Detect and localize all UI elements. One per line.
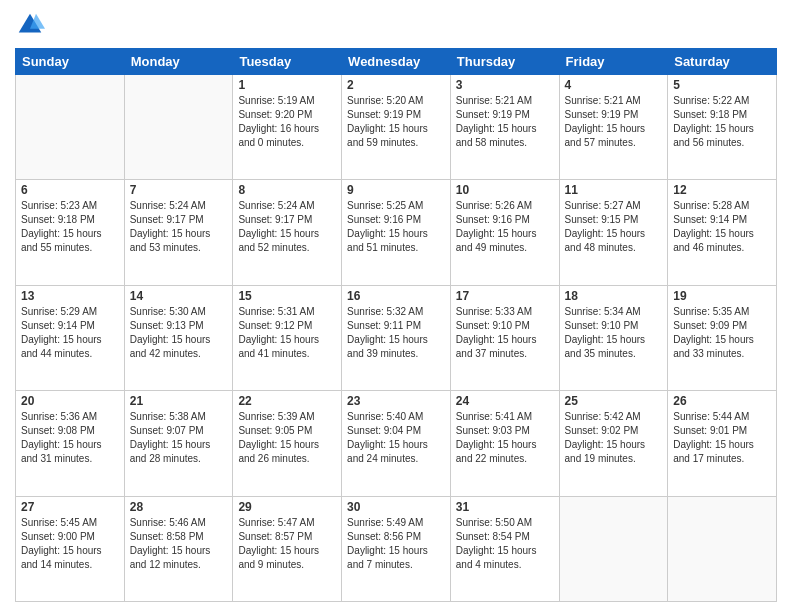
day-number: 14: [130, 289, 228, 303]
calendar-cell: 3Sunrise: 5:21 AM Sunset: 9:19 PM Daylig…: [450, 75, 559, 180]
day-info: Sunrise: 5:41 AM Sunset: 9:03 PM Dayligh…: [456, 410, 554, 466]
day-info: Sunrise: 5:22 AM Sunset: 9:18 PM Dayligh…: [673, 94, 771, 150]
day-number: 20: [21, 394, 119, 408]
day-info: Sunrise: 5:23 AM Sunset: 9:18 PM Dayligh…: [21, 199, 119, 255]
day-info: Sunrise: 5:42 AM Sunset: 9:02 PM Dayligh…: [565, 410, 663, 466]
calendar-week-row: 13Sunrise: 5:29 AM Sunset: 9:14 PM Dayli…: [16, 285, 777, 390]
calendar-cell: 12Sunrise: 5:28 AM Sunset: 9:14 PM Dayli…: [668, 180, 777, 285]
calendar-cell: 8Sunrise: 5:24 AM Sunset: 9:17 PM Daylig…: [233, 180, 342, 285]
calendar-cell: 5Sunrise: 5:22 AM Sunset: 9:18 PM Daylig…: [668, 75, 777, 180]
calendar-cell: 31Sunrise: 5:50 AM Sunset: 8:54 PM Dayli…: [450, 496, 559, 601]
day-info: Sunrise: 5:32 AM Sunset: 9:11 PM Dayligh…: [347, 305, 445, 361]
calendar-cell: 20Sunrise: 5:36 AM Sunset: 9:08 PM Dayli…: [16, 391, 125, 496]
day-number: 16: [347, 289, 445, 303]
day-info: Sunrise: 5:21 AM Sunset: 9:19 PM Dayligh…: [565, 94, 663, 150]
day-info: Sunrise: 5:29 AM Sunset: 9:14 PM Dayligh…: [21, 305, 119, 361]
calendar-cell: 17Sunrise: 5:33 AM Sunset: 9:10 PM Dayli…: [450, 285, 559, 390]
calendar-cell: 22Sunrise: 5:39 AM Sunset: 9:05 PM Dayli…: [233, 391, 342, 496]
day-number: 2: [347, 78, 445, 92]
calendar-day-header: Friday: [559, 49, 668, 75]
calendar-cell: 2Sunrise: 5:20 AM Sunset: 9:19 PM Daylig…: [342, 75, 451, 180]
calendar-cell: 4Sunrise: 5:21 AM Sunset: 9:19 PM Daylig…: [559, 75, 668, 180]
calendar-cell: 16Sunrise: 5:32 AM Sunset: 9:11 PM Dayli…: [342, 285, 451, 390]
calendar-day-header: Tuesday: [233, 49, 342, 75]
day-info: Sunrise: 5:24 AM Sunset: 9:17 PM Dayligh…: [238, 199, 336, 255]
calendar-cell: 14Sunrise: 5:30 AM Sunset: 9:13 PM Dayli…: [124, 285, 233, 390]
calendar-cell: 28Sunrise: 5:46 AM Sunset: 8:58 PM Dayli…: [124, 496, 233, 601]
day-info: Sunrise: 5:26 AM Sunset: 9:16 PM Dayligh…: [456, 199, 554, 255]
day-number: 23: [347, 394, 445, 408]
day-number: 21: [130, 394, 228, 408]
logo-icon: [15, 10, 45, 40]
calendar-cell: 13Sunrise: 5:29 AM Sunset: 9:14 PM Dayli…: [16, 285, 125, 390]
day-number: 3: [456, 78, 554, 92]
day-number: 4: [565, 78, 663, 92]
day-number: 8: [238, 183, 336, 197]
day-info: Sunrise: 5:33 AM Sunset: 9:10 PM Dayligh…: [456, 305, 554, 361]
day-number: 31: [456, 500, 554, 514]
day-info: Sunrise: 5:30 AM Sunset: 9:13 PM Dayligh…: [130, 305, 228, 361]
day-number: 5: [673, 78, 771, 92]
calendar-day-header: Saturday: [668, 49, 777, 75]
calendar-cell: [668, 496, 777, 601]
day-number: 30: [347, 500, 445, 514]
day-number: 6: [21, 183, 119, 197]
calendar-cell: 11Sunrise: 5:27 AM Sunset: 9:15 PM Dayli…: [559, 180, 668, 285]
day-number: 24: [456, 394, 554, 408]
day-info: Sunrise: 5:35 AM Sunset: 9:09 PM Dayligh…: [673, 305, 771, 361]
day-info: Sunrise: 5:40 AM Sunset: 9:04 PM Dayligh…: [347, 410, 445, 466]
day-info: Sunrise: 5:38 AM Sunset: 9:07 PM Dayligh…: [130, 410, 228, 466]
day-info: Sunrise: 5:46 AM Sunset: 8:58 PM Dayligh…: [130, 516, 228, 572]
calendar-cell: 15Sunrise: 5:31 AM Sunset: 9:12 PM Dayli…: [233, 285, 342, 390]
day-number: 28: [130, 500, 228, 514]
calendar-cell: 24Sunrise: 5:41 AM Sunset: 9:03 PM Dayli…: [450, 391, 559, 496]
day-info: Sunrise: 5:20 AM Sunset: 9:19 PM Dayligh…: [347, 94, 445, 150]
day-number: 13: [21, 289, 119, 303]
calendar-week-row: 20Sunrise: 5:36 AM Sunset: 9:08 PM Dayli…: [16, 391, 777, 496]
calendar-header-row: SundayMondayTuesdayWednesdayThursdayFrid…: [16, 49, 777, 75]
day-number: 7: [130, 183, 228, 197]
day-number: 22: [238, 394, 336, 408]
calendar-cell: 6Sunrise: 5:23 AM Sunset: 9:18 PM Daylig…: [16, 180, 125, 285]
calendar-cell: 19Sunrise: 5:35 AM Sunset: 9:09 PM Dayli…: [668, 285, 777, 390]
day-number: 10: [456, 183, 554, 197]
day-number: 11: [565, 183, 663, 197]
calendar-cell: 10Sunrise: 5:26 AM Sunset: 9:16 PM Dayli…: [450, 180, 559, 285]
day-info: Sunrise: 5:49 AM Sunset: 8:56 PM Dayligh…: [347, 516, 445, 572]
calendar-cell: [16, 75, 125, 180]
calendar-cell: 23Sunrise: 5:40 AM Sunset: 9:04 PM Dayli…: [342, 391, 451, 496]
day-info: Sunrise: 5:36 AM Sunset: 9:08 PM Dayligh…: [21, 410, 119, 466]
calendar-cell: 25Sunrise: 5:42 AM Sunset: 9:02 PM Dayli…: [559, 391, 668, 496]
day-number: 1: [238, 78, 336, 92]
day-info: Sunrise: 5:25 AM Sunset: 9:16 PM Dayligh…: [347, 199, 445, 255]
calendar-cell: 18Sunrise: 5:34 AM Sunset: 9:10 PM Dayli…: [559, 285, 668, 390]
day-number: 15: [238, 289, 336, 303]
calendar-table: SundayMondayTuesdayWednesdayThursdayFrid…: [15, 48, 777, 602]
calendar-cell: 27Sunrise: 5:45 AM Sunset: 9:00 PM Dayli…: [16, 496, 125, 601]
day-info: Sunrise: 5:19 AM Sunset: 9:20 PM Dayligh…: [238, 94, 336, 150]
day-info: Sunrise: 5:31 AM Sunset: 9:12 PM Dayligh…: [238, 305, 336, 361]
day-number: 19: [673, 289, 771, 303]
day-number: 29: [238, 500, 336, 514]
day-number: 17: [456, 289, 554, 303]
calendar-week-row: 27Sunrise: 5:45 AM Sunset: 9:00 PM Dayli…: [16, 496, 777, 601]
day-info: Sunrise: 5:50 AM Sunset: 8:54 PM Dayligh…: [456, 516, 554, 572]
calendar-cell: 7Sunrise: 5:24 AM Sunset: 9:17 PM Daylig…: [124, 180, 233, 285]
day-info: Sunrise: 5:27 AM Sunset: 9:15 PM Dayligh…: [565, 199, 663, 255]
calendar-day-header: Sunday: [16, 49, 125, 75]
page: SundayMondayTuesdayWednesdayThursdayFrid…: [0, 0, 792, 612]
day-number: 9: [347, 183, 445, 197]
day-info: Sunrise: 5:44 AM Sunset: 9:01 PM Dayligh…: [673, 410, 771, 466]
day-info: Sunrise: 5:28 AM Sunset: 9:14 PM Dayligh…: [673, 199, 771, 255]
calendar-cell: 29Sunrise: 5:47 AM Sunset: 8:57 PM Dayli…: [233, 496, 342, 601]
calendar-cell: 1Sunrise: 5:19 AM Sunset: 9:20 PM Daylig…: [233, 75, 342, 180]
calendar-day-header: Thursday: [450, 49, 559, 75]
calendar-cell: 30Sunrise: 5:49 AM Sunset: 8:56 PM Dayli…: [342, 496, 451, 601]
calendar-day-header: Wednesday: [342, 49, 451, 75]
header: [15, 10, 777, 40]
day-info: Sunrise: 5:45 AM Sunset: 9:00 PM Dayligh…: [21, 516, 119, 572]
day-info: Sunrise: 5:47 AM Sunset: 8:57 PM Dayligh…: [238, 516, 336, 572]
day-number: 12: [673, 183, 771, 197]
calendar-week-row: 6Sunrise: 5:23 AM Sunset: 9:18 PM Daylig…: [16, 180, 777, 285]
day-info: Sunrise: 5:34 AM Sunset: 9:10 PM Dayligh…: [565, 305, 663, 361]
